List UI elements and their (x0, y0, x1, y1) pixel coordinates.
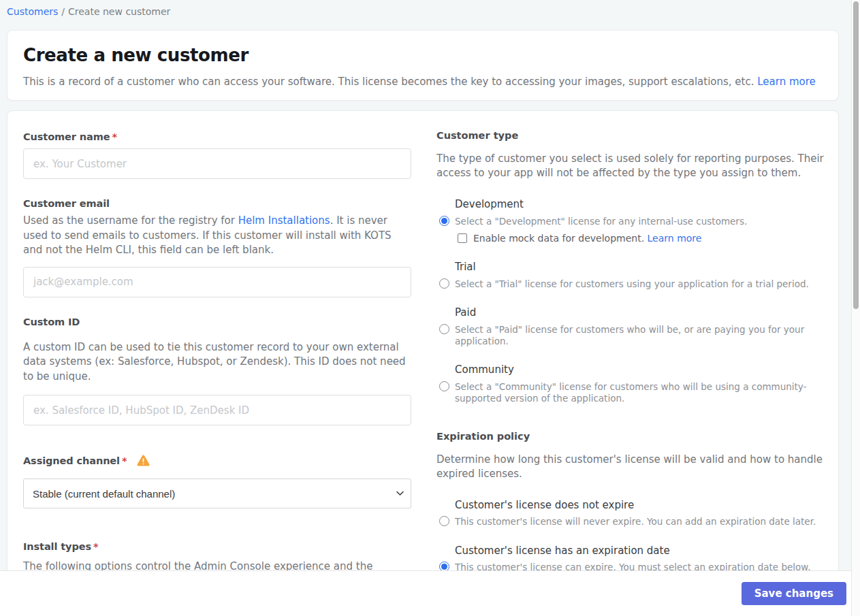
footer-action-bar: Save changes (0, 570, 851, 616)
option-title: Trial (455, 261, 825, 273)
development-radio[interactable] (439, 216, 449, 226)
customer-email-input[interactable] (23, 267, 411, 297)
customer-type-intro: The type of customer you select is used … (436, 152, 825, 180)
save-changes-button[interactable]: Save changes (742, 582, 846, 605)
install-types-description: The following options control the Admin … (23, 560, 411, 570)
mock-data-learn-more-link[interactable]: Learn more (648, 233, 702, 244)
customer-type-option-trial: Trial Select a "Trial" license for custo… (436, 261, 825, 290)
customer-form-card: Customer name* Customer email Used as th… (7, 110, 839, 570)
customer-type-heading: Customer type (436, 130, 825, 141)
customer-name-required-asterisk: * (112, 131, 117, 142)
header-learn-more-link[interactable]: Learn more (757, 76, 816, 88)
community-radio[interactable] (439, 381, 449, 391)
option-title: Customer's license has an expiration dat… (455, 545, 825, 557)
option-title: Community (455, 363, 825, 376)
option-description: Select a "Community" license for custome… (455, 380, 825, 404)
install-types-label: Install types (23, 541, 91, 552)
expiration-option-has-expiration-date: Customer's license has an expiration dat… (436, 545, 825, 571)
assigned-channel-label: Assigned channel (23, 455, 120, 466)
breadcrumb-separator: / (61, 6, 65, 17)
expiration-policy-intro: Determine how long this customer's licen… (436, 453, 825, 481)
breadcrumb: Customers/Create new customer (7, 6, 170, 17)
breadcrumb-customers-link[interactable]: Customers (7, 6, 58, 17)
custom-id-label: Custom ID (23, 317, 80, 327)
page-header-card: Create a new customer This is a record o… (7, 30, 839, 101)
helm-installations-link[interactable]: Helm Installations (238, 214, 330, 227)
page-title: Create a new customer (23, 45, 823, 65)
option-description: This customer's license can expire. You … (455, 561, 810, 571)
option-description: This customer's license will never expir… (455, 515, 816, 528)
option-title: Customer's license does not expire (455, 499, 825, 511)
customer-name-label: Customer name (23, 131, 110, 142)
option-title: Development (455, 198, 825, 210)
license-does-not-expire-radio[interactable] (439, 516, 449, 526)
install-types-required-asterisk: * (93, 541, 99, 552)
option-title: Paid (455, 306, 825, 319)
custom-id-input[interactable] (23, 395, 411, 425)
scrollbar-thumb[interactable] (853, 1, 859, 309)
custom-id-description: A custom ID can be used to tie this cust… (23, 340, 411, 385)
paid-radio[interactable] (439, 324, 449, 334)
option-description: Select a "Development" license for any i… (455, 215, 747, 227)
enable-mock-data-checkbox[interactable] (458, 233, 467, 243)
option-description: Select a "Trial" license for customers u… (455, 278, 809, 290)
expiration-policy-heading: Expiration policy (436, 431, 825, 442)
assigned-channel-select[interactable]: Stable (current default channel) (23, 479, 411, 508)
scrollbar-track[interactable] (851, 0, 860, 616)
license-has-expiration-radio[interactable] (439, 562, 449, 571)
customer-type-option-community: Community Select a "Community" license f… (436, 363, 825, 404)
option-description: Select a "Paid" license for customers wh… (455, 323, 825, 346)
warning-icon (137, 455, 150, 469)
customer-type-option-paid: Paid Select a "Paid" license for custome… (436, 306, 825, 346)
customer-email-description: Used as the username for the registry fo… (23, 214, 411, 258)
page-description: This is a record of a customer who can a… (23, 76, 754, 88)
breadcrumb-current: Create new customer (68, 6, 170, 17)
customer-name-input[interactable] (23, 148, 411, 179)
customer-type-option-development: Development Select a "Development" licen… (436, 198, 825, 244)
customer-email-label: Customer email (23, 198, 110, 209)
expiration-option-does-not-expire: Customer's license does not expire This … (436, 499, 825, 528)
enable-mock-data-label: Enable mock data for development. Learn … (473, 233, 701, 244)
assigned-channel-required-asterisk: * (122, 455, 127, 466)
trial-radio[interactable] (439, 278, 449, 289)
